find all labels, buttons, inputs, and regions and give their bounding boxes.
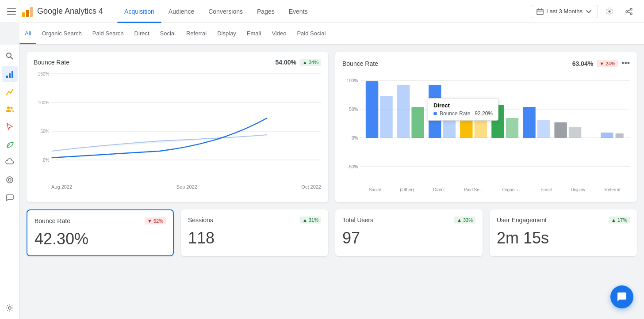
date-range-label: Last 3 Months bbox=[546, 8, 583, 15]
svg-point-8 bbox=[626, 11, 628, 12]
search-icon bbox=[5, 52, 14, 61]
chart-tooltip: Direct Bounce Rate 92.20% bbox=[428, 98, 498, 121]
sidebar-analytics[interactable] bbox=[2, 66, 18, 82]
svg-text:150%: 150% bbox=[38, 72, 50, 76]
date-range-button[interactable]: Last 3 Months bbox=[531, 5, 598, 18]
stat-card-engagement: User Engagement ▲ 17% 2m 15s bbox=[490, 209, 637, 256]
sec-nav-video[interactable]: Video bbox=[266, 23, 291, 44]
sec-nav-display[interactable]: Display bbox=[212, 23, 242, 44]
svg-rect-48 bbox=[523, 107, 535, 138]
share-icon bbox=[625, 8, 633, 15]
sidebar-cursor[interactable] bbox=[2, 119, 18, 135]
svg-point-12 bbox=[7, 53, 11, 57]
sec-nav-social[interactable]: Social bbox=[155, 23, 181, 44]
svg-rect-41 bbox=[411, 107, 424, 138]
stat-bounce-badge: ▼ 52% bbox=[145, 217, 166, 224]
nav-events[interactable]: Events bbox=[282, 0, 315, 23]
stat-engagement-header: User Engagement ▲ 17% bbox=[497, 216, 630, 224]
sec-nav-all[interactable]: All bbox=[19, 23, 36, 44]
stat-sessions-header: Sessions ▲ 31% bbox=[188, 216, 321, 224]
svg-text:0%: 0% bbox=[43, 158, 50, 163]
sec-nav-organic[interactable]: Organic Search bbox=[36, 23, 87, 44]
svg-text:50%: 50% bbox=[40, 129, 49, 134]
bar-x-axis-labels: Social (Other) Direct Paid Se... Organic… bbox=[342, 187, 630, 192]
x-label-oct: Oct 2022 bbox=[301, 184, 321, 190]
bar-x-paid: Paid Se... bbox=[464, 187, 483, 192]
analytics-icon bbox=[5, 69, 14, 78]
svg-line-11 bbox=[628, 12, 630, 13]
svg-point-19 bbox=[7, 177, 13, 183]
nav-acquisition[interactable]: Acquisition bbox=[117, 0, 161, 23]
svg-line-10 bbox=[628, 10, 630, 11]
bar-x-social: Social bbox=[369, 187, 381, 192]
svg-rect-15 bbox=[9, 73, 11, 78]
sidebar-circle[interactable] bbox=[2, 172, 18, 188]
sec-nav-referral[interactable]: Referral bbox=[181, 23, 212, 44]
line-chart-title: Bounce Rate bbox=[34, 59, 69, 66]
nav-audience[interactable]: Audience bbox=[161, 0, 201, 23]
stat-users-header: Total Users ▲ 33% bbox=[342, 216, 475, 224]
ga4-logo-icon bbox=[21, 5, 34, 18]
sidebar-settings[interactable] bbox=[2, 300, 18, 316]
line-chart-header: Bounce Rate 54.00% 34% bbox=[34, 59, 321, 66]
stat-engagement-value: 2m 15s bbox=[497, 229, 630, 247]
stat-users-badge: ▲ 33% bbox=[454, 216, 475, 224]
stat-sessions-title: Sessions bbox=[188, 216, 213, 224]
stat-bounce-header: Bounce Rate ▼ 52% bbox=[34, 217, 166, 224]
bar-x-direct: Direct bbox=[433, 187, 445, 192]
line-chart-svg: 150% 100% 50% 0% bbox=[34, 69, 321, 184]
more-options-icon[interactable]: ••• bbox=[621, 59, 630, 68]
sec-nav-email[interactable]: Email bbox=[242, 23, 267, 44]
bar-x-other: (Other) bbox=[400, 187, 414, 192]
svg-rect-47 bbox=[506, 118, 518, 138]
sidebar-search[interactable] bbox=[2, 48, 18, 64]
sidebar-audience[interactable] bbox=[2, 101, 18, 117]
svg-rect-14 bbox=[6, 76, 8, 78]
stat-sessions-badge: ▲ 31% bbox=[300, 216, 321, 224]
sidebar-leaf[interactable] bbox=[2, 137, 18, 152]
nav-pages[interactable]: Pages bbox=[250, 0, 282, 23]
sec-nav-direct[interactable]: Direct bbox=[129, 23, 155, 44]
chat-icon bbox=[5, 193, 14, 202]
bar-chart-value: 63.04% bbox=[572, 60, 593, 67]
menu-icon[interactable] bbox=[7, 8, 16, 15]
sidebar-cloud[interactable] bbox=[2, 154, 18, 170]
sidebar-chart[interactable] bbox=[2, 84, 18, 99]
svg-rect-3 bbox=[537, 9, 543, 15]
bar-chart-container: 100% 50% 0% -50% bbox=[342, 72, 630, 195]
share-icon-btn[interactable] bbox=[621, 4, 637, 19]
line-chart-card: Bounce Rate 54.00% 34% 150 bbox=[27, 52, 328, 202]
chat-button[interactable] bbox=[610, 285, 633, 308]
svg-rect-39 bbox=[380, 96, 392, 138]
circle-icon bbox=[5, 175, 14, 184]
chevron-down-icon bbox=[585, 8, 592, 15]
sec-nav-paid-social[interactable]: Paid Social bbox=[291, 23, 331, 44]
sec-nav-paid[interactable]: Paid Search bbox=[87, 23, 129, 44]
sidebar-chat[interactable] bbox=[2, 190, 18, 205]
bar-x-organic: Organic... bbox=[502, 187, 521, 192]
bar-chart-badge: ▼ 24% bbox=[597, 60, 618, 67]
svg-rect-16 bbox=[12, 71, 13, 78]
top-navigation: Google Analytics Google Analytics 44 Acq… bbox=[0, 0, 644, 23]
nav-conversions[interactable]: Conversions bbox=[201, 0, 250, 23]
line-chart-value: 54.00% bbox=[276, 59, 296, 66]
x-label-aug: Aug 2022 bbox=[51, 184, 72, 190]
settings-icon-btn[interactable] bbox=[602, 4, 617, 19]
bar-chart-icon bbox=[5, 87, 14, 96]
stat-bounce-value: 42.30% bbox=[34, 230, 166, 248]
tooltip-title: Direct bbox=[433, 102, 493, 109]
x-axis-labels: Aug 2022 Sep 2022 Oct 2022 bbox=[34, 184, 321, 190]
svg-rect-1 bbox=[26, 10, 29, 17]
tooltip-value: 92.20% bbox=[475, 110, 493, 117]
line-chart-badge: 34% bbox=[300, 59, 321, 66]
secondary-nav: All Organic Search Paid Search Direct So… bbox=[19, 23, 644, 44]
svg-rect-51 bbox=[569, 127, 581, 138]
stat-card-users: Total Users ▲ 33% 97 bbox=[335, 209, 483, 256]
nav-right: Last 3 Months bbox=[531, 4, 637, 19]
svg-rect-53 bbox=[616, 133, 624, 138]
stat-card-sessions: Sessions ▲ 31% 118 bbox=[181, 209, 328, 256]
tooltip-metric: Bounce Rate bbox=[440, 110, 470, 117]
cloud-icon bbox=[5, 158, 14, 167]
bar-chart-svg: 100% 50% 0% -50% bbox=[342, 72, 630, 186]
svg-line-13 bbox=[11, 57, 13, 59]
